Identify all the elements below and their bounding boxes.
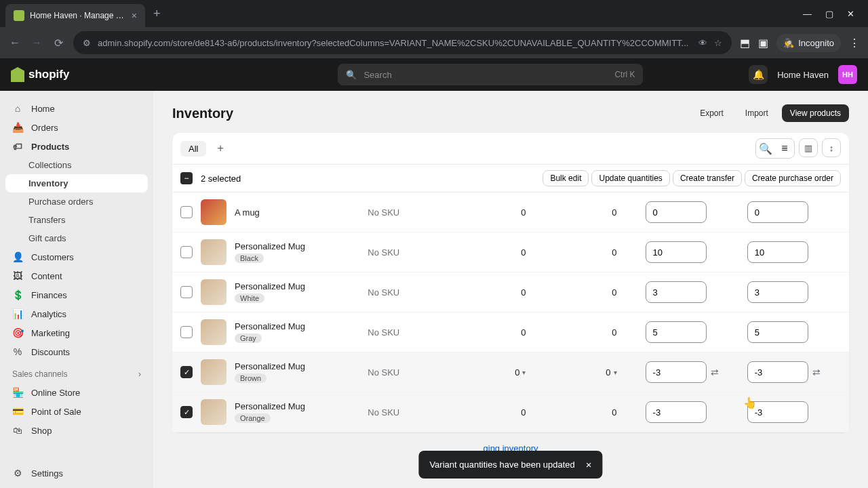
sidebar-item-discounts[interactable]: %Discounts (5, 342, 148, 361)
product-cell[interactable]: Personalized MugGray (235, 321, 359, 343)
address-bar[interactable]: ⚙ admin.shopify.com/store/de8143-a6/prod… (73, 31, 732, 54)
eye-off-icon[interactable]: 👁 (698, 38, 707, 48)
unavailable-cell[interactable]: 0▾ (463, 367, 546, 378)
update-quantities-button[interactable]: Update quantities (591, 170, 669, 186)
tab-all[interactable]: All (180, 141, 206, 157)
available-cell: ⇄ (646, 361, 739, 383)
sidebar-item-shop[interactable]: 🛍Shop (5, 421, 148, 440)
available-input[interactable] (646, 321, 707, 343)
forward-icon[interactable]: → (30, 37, 43, 49)
row-checkbox[interactable]: ✓ (180, 366, 193, 378)
onhand-input[interactable] (747, 241, 808, 263)
sidebar-item-inventory[interactable]: Inventory (5, 174, 148, 192)
store-name[interactable]: Home Haven (777, 70, 829, 80)
product-cell[interactable]: A mug (235, 207, 359, 218)
product-thumbnail[interactable] (201, 239, 226, 265)
sidebar-item-purchase-orders[interactable]: Purchase orders (5, 192, 148, 211)
search-filter-button[interactable]: 🔍 ≡ (755, 138, 795, 159)
sidebar-item-online-store[interactable]: 🏪Online Store (5, 383, 148, 402)
product-thumbnail[interactable] (201, 359, 226, 385)
available-input[interactable] (646, 281, 707, 303)
columns-button[interactable]: ▥ (799, 138, 818, 157)
chevron-down-icon[interactable]: ▾ (522, 369, 526, 376)
bulk-edit-button[interactable]: Bulk edit (542, 170, 589, 186)
back-icon[interactable]: ← (8, 37, 22, 49)
add-view-button[interactable]: + (212, 142, 229, 155)
import-button[interactable]: Import (737, 104, 776, 122)
sidebar-item-content[interactable]: 🖼Content (5, 266, 148, 285)
toast-close-button[interactable]: × (586, 459, 592, 470)
sidebar-item-collections[interactable]: Collections (5, 156, 148, 174)
sidebar-item-analytics[interactable]: 📊Analytics (5, 304, 148, 323)
row-checkbox[interactable] (180, 246, 193, 258)
table-row[interactable]: ✓Personalized MugOrangeNo SKU00 (172, 392, 849, 432)
shopify-logo[interactable]: shopify (11, 67, 69, 82)
view-products-button[interactable]: View products (782, 104, 849, 122)
reload-icon[interactable]: ⟳ (52, 37, 65, 49)
onhand-input[interactable] (747, 401, 808, 423)
onhand-input[interactable] (747, 321, 808, 343)
orders-icon: 📥 (12, 122, 23, 133)
create-purchase-order-button[interactable]: Create purchase order (745, 170, 841, 186)
sidebar-item-customers[interactable]: 👤Customers (5, 247, 148, 266)
create-transfer-button[interactable]: Create transfer (673, 170, 742, 186)
sidebar-item-products[interactable]: 🏷Products (5, 137, 148, 156)
product-thumbnail[interactable] (201, 199, 226, 225)
adjust-icon[interactable]: ⇄ (812, 367, 821, 378)
pos-icon: 💳 (12, 406, 23, 417)
search-input[interactable]: 🔍 Search Ctrl K (338, 64, 643, 85)
maximize-icon[interactable]: ▢ (825, 9, 833, 19)
product-cell[interactable]: Personalized MugBlack (235, 241, 359, 263)
chevron-down-icon[interactable]: ▾ (614, 369, 617, 376)
table-row[interactable]: Personalized MugWhiteNo SKU00 (172, 272, 849, 312)
site-settings-icon[interactable]: ⚙ (83, 38, 91, 48)
product-thumbnail[interactable] (201, 279, 226, 305)
row-checkbox[interactable] (180, 206, 193, 218)
chevron-right-icon[interactable]: › (138, 369, 141, 379)
onhand-input[interactable] (747, 361, 808, 383)
adjust-icon[interactable]: ⇄ (711, 367, 719, 378)
sidebar-item-point-of-sale[interactable]: 💳Point of Sale (5, 402, 148, 421)
sidebar-item-orders[interactable]: 📥Orders (5, 118, 148, 137)
panel-icon[interactable]: ▣ (758, 37, 768, 49)
table-row[interactable]: ✓Personalized MugBrownNo SKU0▾0▾⇄⇄ (172, 352, 849, 392)
notifications-button[interactable]: 🔔 (749, 65, 768, 84)
table-row[interactable]: A mugNo SKU00 (172, 192, 849, 232)
sidebar-item-gift-cards[interactable]: Gift cards (5, 229, 148, 247)
browser-tab[interactable]: Home Haven · Manage Invento × (5, 4, 145, 27)
sort-button[interactable]: ↕ (822, 138, 841, 157)
product-cell[interactable]: Personalized MugOrange (235, 401, 359, 423)
available-input[interactable] (646, 401, 707, 423)
minimize-icon[interactable]: — (803, 9, 812, 19)
close-icon[interactable]: × (132, 10, 137, 21)
avatar[interactable]: HH (838, 65, 857, 84)
row-checkbox[interactable] (180, 286, 193, 298)
sidebar-item-home[interactable]: ⌂Home (5, 99, 148, 118)
row-checkbox[interactable]: ✓ (180, 406, 193, 418)
row-checkbox[interactable] (180, 326, 193, 338)
available-input[interactable] (646, 361, 707, 383)
committed-cell[interactable]: 0▾ (554, 367, 637, 378)
export-button[interactable]: Export (692, 104, 732, 122)
product-cell[interactable]: Personalized MugWhite (235, 281, 359, 303)
topbar-right: 🔔 Home Haven HH (749, 65, 857, 84)
product-thumbnail[interactable] (201, 319, 226, 345)
table-row[interactable]: Personalized MugGrayNo SKU00 (172, 312, 849, 352)
sidebar-item-settings[interactable]: ⚙Settings (5, 464, 148, 483)
extensions-icon[interactable]: ⬒ (740, 37, 750, 49)
available-input[interactable] (646, 241, 707, 263)
select-all-checkbox[interactable]: − (180, 172, 193, 184)
onhand-input[interactable] (747, 281, 808, 303)
table-row[interactable]: Personalized MugBlackNo SKU00 (172, 232, 849, 272)
bookmark-icon[interactable]: ☆ (714, 38, 722, 48)
product-thumbnail[interactable] (201, 399, 226, 425)
onhand-input[interactable] (747, 201, 808, 223)
sidebar-item-finances[interactable]: 💲Finances (5, 285, 148, 304)
available-input[interactable] (646, 201, 707, 223)
sidebar-item-marketing[interactable]: 🎯Marketing (5, 323, 148, 342)
sidebar-item-transfers[interactable]: Transfers (5, 211, 148, 229)
close-window-icon[interactable]: ✕ (847, 9, 854, 19)
product-cell[interactable]: Personalized MugBrown (235, 361, 359, 383)
new-tab-button[interactable]: + (153, 7, 161, 21)
menu-icon[interactable]: ⋮ (849, 37, 860, 49)
